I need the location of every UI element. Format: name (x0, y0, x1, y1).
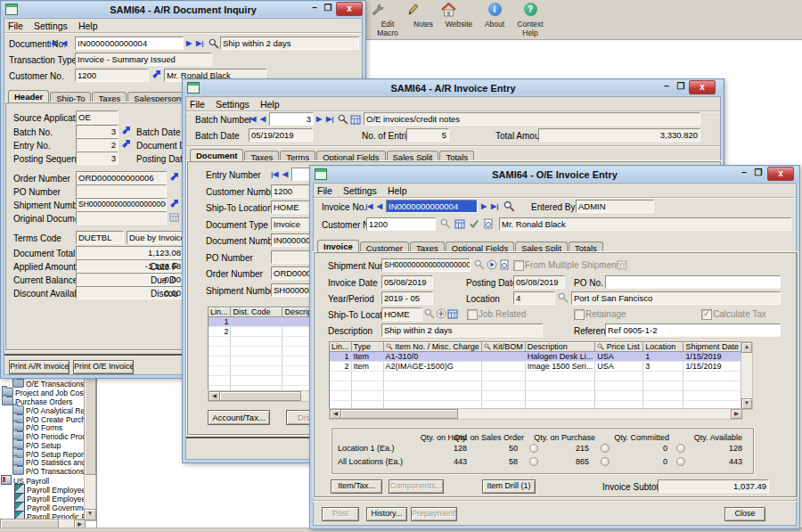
menu-settings[interactable]: Settings (216, 99, 250, 110)
entry-drilldown-icon[interactable] (121, 139, 131, 149)
scroll-down-button[interactable]: ▼ (84, 509, 96, 520)
tree-item-po-transactions[interactable]: P/O Transactions (12, 466, 84, 475)
previous-invoice-button[interactable]: ◀ (377, 200, 382, 213)
close-action-button[interactable]: Close (724, 507, 765, 521)
column-header-line[interactable]: Lin... (209, 307, 231, 317)
ship-to-grid-icon[interactable] (447, 308, 458, 319)
maximize-button[interactable]: ❐ (322, 3, 334, 14)
shipment-drilldown-icon[interactable] (169, 199, 179, 209)
scrollbar-thumb[interactable] (340, 409, 458, 419)
go-icon[interactable] (487, 259, 497, 270)
column-header-type[interactable]: Type (351, 342, 383, 352)
tree-item-project-and-job-costing[interactable]: Project and Job Costing (2, 388, 95, 397)
minimize-button[interactable]: – (308, 3, 321, 14)
close-button[interactable]: x (336, 2, 363, 16)
last-invoice-button[interactable]: ▶| (491, 200, 498, 213)
next-batch-button[interactable]: ▶ (316, 112, 322, 126)
new-customer-icon[interactable] (454, 218, 465, 229)
print-ar-invoice-button[interactable]: Print A/R Invoice... (9, 360, 70, 374)
customer-drilldown-icon[interactable] (151, 70, 161, 79)
print-oe-invoice-button[interactable]: Print O/E Invoice... (73, 360, 134, 374)
menu-file[interactable]: File (190, 99, 205, 110)
close-button[interactable]: x (767, 167, 794, 181)
tab-invoice[interactable]: Invoice (317, 240, 359, 252)
tree-scrollbar-thumb[interactable] (84, 377, 96, 475)
drill-circle-icon[interactable] (601, 457, 610, 466)
tab-document[interactable]: Document (190, 149, 243, 161)
tree-item-po-setup[interactable]: P/O Setup (12, 440, 61, 449)
maximize-button[interactable]: ❐ (675, 81, 687, 93)
batch-number-input[interactable]: 3 (269, 112, 314, 126)
menu-help[interactable]: Help (78, 20, 98, 31)
reference-input[interactable]: Ref 0905-1-2 (605, 323, 781, 337)
next-invoice-button[interactable]: ▶ (481, 200, 487, 213)
column-header-item-no[interactable]: Item No. / Misc. Charge (383, 342, 481, 352)
minimize-button[interactable]: – (738, 168, 750, 179)
column-header-dist-code[interactable]: Dist. Code (231, 307, 282, 317)
customer-no-input[interactable]: 1200 (366, 217, 436, 231)
invoice-no-input[interactable]: IN0000000000004 (386, 200, 478, 213)
previous-entry-button[interactable]: ◀ (282, 168, 288, 181)
grid-horizontal-scrollbar[interactable]: ◀ ▶ (329, 408, 742, 420)
minimize-button[interactable]: – (660, 81, 673, 93)
scroll-down-button[interactable]: ▼ (741, 398, 752, 409)
scroll-up-button[interactable]: ▲ (741, 342, 752, 353)
scroll-right-button[interactable]: ▶ (731, 409, 742, 419)
tree-item-po-forms[interactable]: P/O Forms (12, 422, 62, 431)
column-header-location[interactable]: Location (643, 342, 683, 352)
column-header-shipment-date[interactable]: Shipment Date (683, 342, 741, 352)
menu-help[interactable]: Help (388, 185, 407, 196)
grid-vertical-scrollbar[interactable]: ▲ ▼ (741, 341, 753, 410)
first-entry-button[interactable]: |◀ (271, 168, 278, 181)
shipment-finder-icon[interactable] (474, 259, 485, 270)
next-record-button[interactable]: ▶ (186, 37, 192, 50)
drill-circle-icon[interactable] (601, 444, 610, 453)
po-no-input[interactable] (605, 275, 781, 289)
tree-item-oe-transactions[interactable]: O/E Transactions (12, 379, 84, 388)
column-header-line[interactable]: Lin... (330, 342, 351, 352)
customer-finder-icon[interactable] (440, 218, 451, 229)
toolbar-notes[interactable]: Notes (405, 3, 441, 29)
table-row[interactable]: 2 Item A2(IMAGE-1500)G Image 1500 Seri..… (330, 362, 741, 372)
batch-finder-icon[interactable] (338, 114, 348, 125)
drilldown-icon[interactable] (499, 259, 510, 270)
new-batch-icon[interactable] (350, 114, 361, 125)
previous-record-button[interactable]: ◀ (61, 37, 67, 50)
tab-header[interactable]: Header (8, 90, 49, 102)
toolbar-edit-macro[interactable]: Edit Macro (370, 3, 405, 37)
maximize-button[interactable]: ❐ (752, 168, 765, 179)
column-header-price-list[interactable]: Price List (595, 342, 643, 352)
original-document-finder-icon[interactable] (169, 212, 179, 222)
scrollbar-thumb[interactable] (219, 391, 301, 401)
titlebar[interactable]: SAMI64 - O/E Invoice Entry (311, 167, 798, 182)
item-tax-button[interactable]: Item/Tax... (331, 479, 382, 494)
titlebar[interactable]: SAMI64 - A/R Invoice Entry (184, 80, 723, 95)
table-row[interactable]: 1 Item A1-310/0 Halogen Desk Li... USA 1… (330, 352, 741, 362)
document-no-input[interactable]: IN0000000000004 (75, 37, 184, 50)
last-batch-button[interactable]: ▶| (326, 112, 333, 126)
location-finder-icon[interactable] (558, 292, 569, 303)
last-record-button[interactable]: ▶| (196, 37, 203, 50)
new-ship-to-icon[interactable] (436, 308, 446, 319)
order-drilldown-icon[interactable] (169, 172, 179, 182)
menu-settings[interactable]: Settings (34, 20, 68, 31)
check-icon[interactable] (469, 218, 479, 229)
item-drill-button[interactable]: Item Drill (1) (482, 479, 536, 494)
drill-circle-icon[interactable] (676, 444, 685, 453)
toolbar-context-help[interactable]: ? Context Help (512, 3, 548, 37)
menu-help[interactable]: Help (260, 99, 280, 110)
drill-circle-icon[interactable] (676, 457, 685, 466)
tree-item-payroll-employees[interactable]: Payroll Employees (14, 493, 89, 502)
close-button[interactable]: x (689, 80, 716, 94)
column-header-description[interactable]: Description (525, 342, 595, 352)
toolbar-website[interactable]: Website (441, 3, 477, 29)
first-record-button[interactable]: |◀ (49, 37, 56, 50)
previous-batch-button[interactable]: ◀ (260, 112, 266, 126)
batch-drilldown-icon[interactable] (121, 126, 131, 135)
menu-file[interactable]: File (317, 185, 332, 196)
history-button[interactable]: History... (366, 507, 407, 521)
column-header-kit-bom[interactable]: Kit/BOM (481, 342, 525, 352)
ship-to-finder-icon[interactable] (424, 308, 435, 319)
inquiry-icon[interactable] (483, 218, 494, 229)
invoice-detail-grid[interactable]: Lin... Type Item No. / Misc. Charge Kit/… (329, 341, 742, 410)
